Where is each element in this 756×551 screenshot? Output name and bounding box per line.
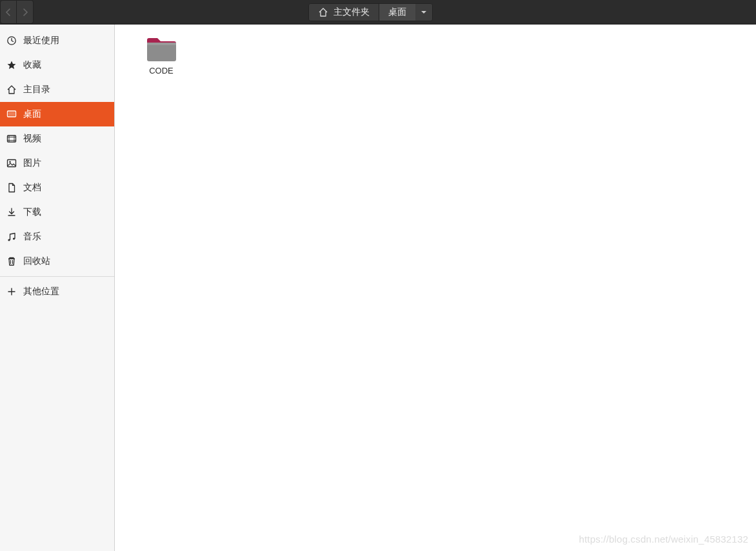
sidebar-item-desktop[interactable]: 桌面 — [0, 102, 114, 126]
svg-rect-4 — [8, 160, 16, 167]
path-segment-label: 主文件夹 — [333, 6, 370, 18]
sidebar-separator — [0, 276, 114, 277]
sidebar-item-label: 其他位置 — [23, 286, 59, 297]
path-bar: 主文件夹 桌面 — [308, 3, 433, 21]
document-icon — [6, 183, 17, 193]
svg-point-6 — [8, 239, 10, 241]
folder-icon — [144, 35, 178, 63]
sidebar-item-music[interactable]: 音乐 — [0, 225, 114, 249]
back-button[interactable] — [0, 0, 17, 24]
sidebar-item-label: 下载 — [23, 206, 41, 218]
sidebar-item-documents[interactable]: 文档 — [0, 175, 114, 200]
sidebar-item-pictures[interactable]: 图片 — [0, 151, 114, 175]
svg-rect-3 — [8, 135, 16, 142]
file-view[interactable]: CODE https://blog.csdn.net/weixin_458321… — [115, 25, 756, 551]
svg-rect-9 — [147, 43, 176, 45]
sidebar-item-label: 图片 — [23, 157, 41, 169]
sidebar-item-label: 回收站 — [23, 255, 50, 267]
sidebar-item-trash[interactable]: 回收站 — [0, 249, 114, 274]
watermark-text: https://blog.csdn.net/weixin_45832132 — [579, 534, 748, 545]
star-icon — [6, 60, 17, 70]
sidebar-item-label: 主目录 — [23, 84, 50, 95]
svg-point-7 — [13, 237, 15, 239]
svg-rect-8 — [147, 43, 176, 61]
triangle-down-icon — [421, 9, 427, 15]
sidebar-item-label: 音乐 — [23, 231, 41, 243]
chevron-right-icon — [22, 8, 28, 17]
path-segment-home[interactable]: 主文件夹 — [309, 4, 379, 21]
file-item-label: CODE — [149, 66, 174, 75]
chevron-left-icon — [5, 8, 12, 17]
trash-icon — [6, 256, 17, 266]
path-segment-label: 桌面 — [388, 6, 406, 18]
video-icon — [6, 134, 17, 144]
plus-icon — [6, 286, 17, 297]
sidebar-item-label: 收藏 — [23, 59, 41, 71]
svg-point-5 — [9, 161, 11, 163]
sidebar-item-label: 视频 — [23, 133, 41, 145]
titlebar: 主文件夹 桌面 — [0, 0, 756, 25]
path-segment-current[interactable]: 桌面 — [379, 4, 415, 21]
sidebar-item-label: 文档 — [23, 182, 41, 194]
clock-icon — [6, 35, 17, 46]
path-dropdown-button[interactable] — [415, 4, 432, 21]
music-icon — [6, 232, 17, 242]
sidebar-item-home[interactable]: 主目录 — [0, 77, 114, 102]
sidebar-item-label: 最近使用 — [23, 35, 59, 46]
download-icon — [6, 207, 17, 217]
nav-buttons — [0, 0, 34, 24]
sidebar-item-label: 桌面 — [23, 108, 41, 120]
svg-rect-2 — [8, 112, 15, 116]
forward-button[interactable] — [17, 0, 34, 24]
file-item-folder[interactable]: CODE — [130, 32, 192, 78]
content-area: 最近使用 收藏 主目录 桌面 视频 — [0, 25, 756, 551]
sidebar-item-other-locations[interactable]: 其他位置 — [0, 279, 114, 304]
image-icon — [6, 158, 17, 168]
sidebar-item-starred[interactable]: 收藏 — [0, 53, 114, 77]
sidebar-item-downloads[interactable]: 下载 — [0, 200, 114, 225]
sidebar-item-recent[interactable]: 最近使用 — [0, 28, 114, 53]
sidebar: 最近使用 收藏 主目录 桌面 视频 — [0, 25, 115, 551]
home-icon — [318, 7, 328, 17]
home-icon — [6, 85, 17, 95]
sidebar-item-videos[interactable]: 视频 — [0, 126, 114, 151]
desktop-icon — [6, 109, 17, 119]
